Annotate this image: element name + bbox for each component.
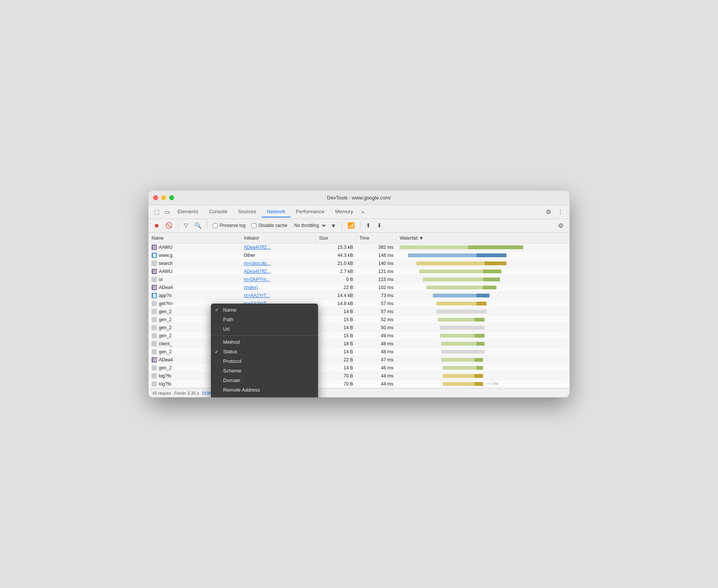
waterfall-bar [400,317,566,322]
initiator-link[interactable]: rs=AA2YrT... [244,293,270,298]
preserve-log-label[interactable]: Preserve log [211,222,248,229]
disable-cache-checkbox[interactable] [251,223,256,228]
cursor-icon-btn[interactable]: ⬚ [152,207,162,217]
table-row[interactable]: searchm=cdos,dp...21.0 kB140 ms [148,260,570,268]
titlebar: DevTools - www.google.com/ [148,191,570,205]
cm-item-remote-address-space[interactable]: Remote Address Space [211,395,318,398]
cm-item-path[interactable]: Path [211,315,318,324]
waterfall-bar [400,261,566,266]
initiator-link[interactable]: ADea4I7lfZ... [244,245,271,250]
filter-button[interactable]: ▽ [181,221,191,230]
file-icon [152,365,157,371]
file-icon: 🖼 [152,357,157,363]
waterfall-bar [400,333,566,338]
search-button[interactable]: 🔍 [192,221,204,230]
file-icon [152,309,157,314]
tab-performance[interactable]: Performance [290,206,330,217]
col-header-size[interactable]: Size [316,233,356,243]
close-button[interactable] [153,195,158,200]
table-row[interactable]: 🖼AAWUADea4I7lfZ...2.7 kB121 ms [148,268,570,276]
initiator-link[interactable]: m=cdos,dp... [244,261,270,266]
waterfall-bar [400,285,566,290]
tab-network[interactable]: Network [262,206,291,217]
cm-item-scheme[interactable]: Scheme [211,366,318,376]
waterfall-bar [400,293,566,298]
file-icon [152,325,157,330]
waterfall-bar [400,341,566,346]
preserve-log-checkbox[interactable] [213,223,218,228]
settings-icon-btn[interactable]: ⚙ [543,207,554,217]
waterfall-bar [400,269,566,274]
table-row[interactable]: 📄www.gOther44.3 kB148 ms [148,252,570,260]
waterfall-bar [400,350,566,354]
waterfall-bar [400,374,566,378]
toolbar-divider-3 [342,222,342,229]
file-icon [152,333,157,338]
initiator-link[interactable]: ADea4I7lfZ... [244,269,271,274]
file-icon: 📄 [152,253,157,258]
col-header-name[interactable]: Name [148,233,241,243]
clear-button[interactable]: 🚫 [163,221,175,230]
tab-memory[interactable]: Memory [330,206,359,217]
record-button[interactable]: ⏺ [152,221,162,230]
col-header-waterfall[interactable]: Waterfall ▼ [397,233,570,243]
mobile-icon-btn[interactable]: ▭ [162,207,172,217]
file-icon [152,341,157,346]
initiator-link[interactable]: (index) [244,285,258,290]
file-icon: 🖼 [152,285,157,290]
cm-item-status[interactable]: Status [211,347,318,356]
file-icon [152,381,157,387]
file-icon [152,277,157,282]
network-toolbar: ⏺ 🚫 ▽ 🔍 Preserve log Disable cache No th… [148,219,570,233]
waterfall-bar [400,325,566,330]
file-icon [152,373,157,379]
table-row[interactable]: uim=DhPYm...0 B115 ms [148,276,570,284]
file-icon [152,301,157,306]
file-icon: 🖼 [152,269,157,274]
cm-item-url[interactable]: Url [211,324,318,334]
minimize-button[interactable] [161,195,166,200]
file-icon: 🖼 [152,245,157,250]
more-options-btn[interactable]: ⋮ [554,207,566,217]
initiator-link[interactable]: m=DhPYm... [244,277,270,282]
table-row[interactable]: 🖼ADea4(index)22 B102 ms [148,284,570,292]
toolbar-divider-2 [207,222,207,229]
devtools-window: DevTools - www.google.com/ ⬚ ▭ Elements … [148,191,570,398]
file-icon: 📄 [152,293,157,298]
traffic-lights [153,195,174,200]
cm-item-remote-address[interactable]: Remote Address [211,385,318,395]
col-header-initiator[interactable]: Initiator [241,233,316,243]
disable-cache-label[interactable]: Disable cache [249,222,289,229]
waterfall-bar: — 1 ms [400,382,566,386]
throttle-select[interactable]: No throttling [291,222,327,229]
toolbar-divider-4 [360,222,361,229]
tab-elements[interactable]: Elements [172,206,204,217]
cm-item-protocol[interactable]: Protocol [211,356,318,366]
context-menu: Name Path Url Method Status Protocol Sch… [211,304,318,398]
tab-sources[interactable]: Sources [233,206,262,217]
cm-item-name[interactable]: Name [211,305,318,315]
col-header-time[interactable]: Time [356,233,396,243]
tab-console[interactable]: Console [204,206,233,217]
upload-icon-btn[interactable]: ⬆ [364,221,373,230]
finish-time: Finish: 5.35 s [174,391,199,395]
table-area: Name Initiator Size Time Waterfall ▼ 🖼AA… [148,233,570,389]
table-row[interactable]: 🖼AAWUADea4I7lfZ...15.3 kB382 ms [148,243,570,252]
table-row[interactable]: 📄app?ors=AA2YrT...14.4 kB73 ms [148,292,570,300]
waterfall-bar [400,358,566,362]
download-icon-btn[interactable]: ⬇ [375,221,384,230]
cm-sep-1 [211,335,318,336]
waterfall-bar [400,366,566,370]
cm-item-method[interactable]: Method [211,337,318,347]
more-tabs-chevron[interactable]: » [359,207,367,216]
waterfall-bar [400,301,566,306]
throttle-arrow-btn[interactable]: ▼ [328,221,339,230]
cm-item-domain[interactable]: Domain [211,376,318,385]
wifi-icon-btn[interactable]: 📶 [345,221,357,230]
network-settings-btn[interactable]: ⚙ [555,220,566,231]
waterfall-bar [400,253,566,258]
file-icon [152,261,157,266]
waterfall-bar [400,245,566,250]
maximize-button[interactable] [169,195,174,200]
window-title: DevTools - www.google.com/ [327,195,391,201]
